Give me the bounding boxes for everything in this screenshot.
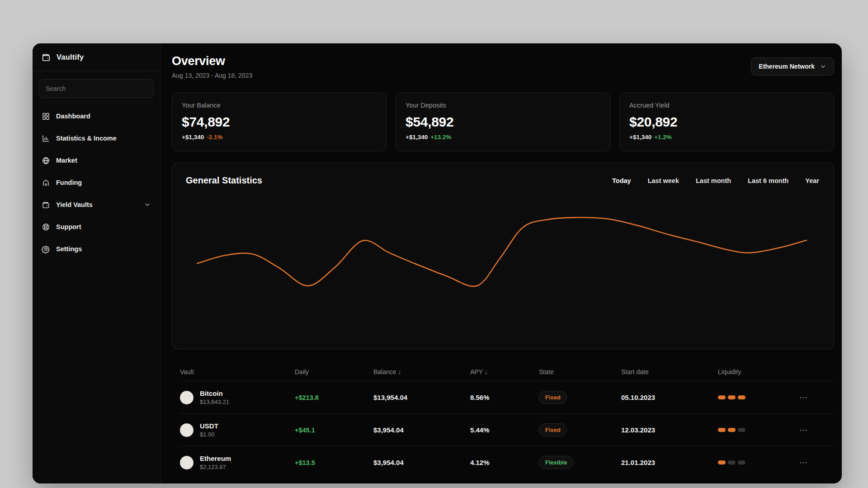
gear-icon <box>42 245 50 253</box>
network-selector-button[interactable]: Ethereum Network <box>751 57 834 75</box>
balance-value: $3,954.04 <box>373 426 470 434</box>
vault-price: $2,123.87 <box>200 464 231 470</box>
vault-name: Bitcoin <box>200 389 229 397</box>
sidebar-item-settings[interactable]: Settings <box>39 239 154 258</box>
balance-value: $13,954.04 <box>373 394 470 401</box>
start-date: 12.03.2023 <box>621 426 718 434</box>
stat-cards-row: Your Balance$74,892+$1,340-2.1%Your Depo… <box>172 93 834 151</box>
tab-last-month[interactable]: Last month <box>696 177 731 184</box>
sidebar-item-label: Settings <box>56 245 82 253</box>
wallet-icon <box>42 201 50 209</box>
column-header-liquidity: Liquidity <box>718 368 799 375</box>
start-date: 05.10.2023 <box>621 394 718 401</box>
statistics-panel: General Statistics TodayLast weekLast mo… <box>172 163 834 349</box>
liquidity-dash-active <box>728 395 736 399</box>
liquidity-dash-inactive <box>738 428 745 432</box>
liquidity-indicator <box>718 428 799 432</box>
sidebar-item-label: Statistics & Income <box>56 135 117 142</box>
delta-percent: -2.1% <box>207 134 222 141</box>
delta-percent: +1.2% <box>654 134 672 141</box>
coin-avatar <box>180 456 193 469</box>
coin-avatar <box>180 423 193 437</box>
vaults-table: VaultDailyBalance ↓APY ↓StateStart dateL… <box>172 363 834 479</box>
stats-icon <box>42 134 50 143</box>
sidebar-item-support[interactable]: Support <box>39 217 154 236</box>
liquidity-indicator <box>718 460 799 465</box>
table-row-ethereum: Ethereum$2,123.87+$13.5$3,954.044.12%Fle… <box>180 446 834 479</box>
stat-card-accrued-yield: Accrued Yield$20,892+$1,340+1.2% <box>619 93 834 151</box>
liquidity-dash-inactive <box>738 460 745 465</box>
apy-value: 5.44% <box>470 426 539 434</box>
vault-cell[interactable]: Bitcoin$13,643.21 <box>180 389 295 405</box>
column-header-vault: Vault <box>180 368 295 375</box>
vault-name: USDT <box>200 422 218 430</box>
row-menu-button[interactable]: ⋯ <box>799 393 834 402</box>
support-icon <box>42 223 50 231</box>
coin-avatar <box>180 391 193 404</box>
app-name: Vaultify <box>57 53 84 61</box>
card-value: $54,892 <box>406 114 600 130</box>
column-header-apy[interactable]: APY ↓ <box>470 368 539 375</box>
vault-cell[interactable]: USDT$1.00 <box>180 422 295 438</box>
liquidity-indicator <box>718 395 799 399</box>
column-header-state: State <box>539 368 621 375</box>
apy-value: 8.56% <box>470 394 539 401</box>
stat-card-your-balance: Your Balance$74,892+$1,340-2.1% <box>172 93 387 151</box>
statistics-chart <box>186 192 820 339</box>
home-icon <box>42 178 50 187</box>
chevron-down-icon <box>144 201 151 208</box>
column-header-daily: Daily <box>295 368 373 375</box>
daily-change: +$13.5 <box>295 459 373 466</box>
search-input[interactable] <box>39 79 154 98</box>
row-menu-button[interactable]: ⋯ <box>799 426 834 434</box>
sidebar-item-yield-vaults[interactable]: Yield Vaults <box>39 195 154 214</box>
chevron-down-icon <box>820 63 826 70</box>
row-menu-button[interactable]: ⋯ <box>799 458 834 467</box>
liquidity-dash-active <box>718 428 726 432</box>
daily-change: +$45.1 <box>295 427 373 434</box>
sidebar-item-statistics-income[interactable]: Statistics & Income <box>39 129 154 148</box>
card-value: $20,892 <box>629 114 824 130</box>
vault-name: Ethereum <box>200 455 231 462</box>
state-badge: Flexible <box>539 456 573 469</box>
table-row-bitcoin: Bitcoin$13,643.21+$213.8$13,954.048.56%F… <box>180 381 834 413</box>
sidebar: Vaultify DashboardStatistics & IncomeMar… <box>33 43 160 483</box>
wallet-logo-icon <box>41 52 51 62</box>
card-delta: +$1,340-2.1% <box>182 134 377 141</box>
dashboard-icon <box>42 112 50 121</box>
daily-change: +$213.8 <box>295 394 373 401</box>
network-label: Ethereum Network <box>759 63 815 70</box>
liquidity-dash-active <box>718 395 726 399</box>
vault-price: $1.00 <box>200 431 218 438</box>
sidebar-item-funding[interactable]: Funding <box>39 173 154 192</box>
tab-year[interactable]: Year <box>805 177 819 184</box>
sidebar-item-label: Market <box>56 157 77 164</box>
globe-icon <box>42 156 50 165</box>
sidebar-item-market[interactable]: Market <box>39 151 154 170</box>
sidebar-item-dashboard[interactable]: Dashboard <box>39 107 154 126</box>
sidebar-item-label: Funding <box>56 179 82 186</box>
sidebar-item-label: Dashboard <box>56 113 90 120</box>
delta-amount: +$1,340 <box>629 134 651 141</box>
sidebar-item-label: Yield Vaults <box>56 201 93 208</box>
vault-price: $13,643.21 <box>200 399 229 405</box>
delta-amount: +$1,340 <box>406 134 428 141</box>
tab-today[interactable]: Today <box>612 177 631 184</box>
tab-last-6-month[interactable]: Last 6 month <box>748 177 788 184</box>
tab-last-week[interactable]: Last week <box>648 177 679 184</box>
column-header-start-date: Start date <box>621 368 718 375</box>
card-value: $74,892 <box>182 114 377 130</box>
app-logo: Vaultify <box>33 43 160 71</box>
liquidity-dash-active <box>718 460 726 465</box>
card-label: Accrued Yield <box>629 102 824 109</box>
card-label: Your Deposits <box>406 102 600 109</box>
time-range-tabs: TodayLast weekLast monthLast 6 monthYear <box>612 177 819 184</box>
table-header: VaultDailyBalance ↓APY ↓StateStart dateL… <box>180 363 834 381</box>
sidebar-item-label: Support <box>56 223 81 230</box>
vault-cell[interactable]: Ethereum$2,123.87 <box>180 455 295 470</box>
column-header-balance[interactable]: Balance ↓ <box>373 368 470 375</box>
page-title: Overview <box>172 54 834 68</box>
balance-value: $3,954.04 <box>373 459 470 466</box>
table-body: Bitcoin$13,643.21+$213.8$13,954.048.56%F… <box>180 381 834 479</box>
liquidity-dash-active <box>728 428 736 432</box>
